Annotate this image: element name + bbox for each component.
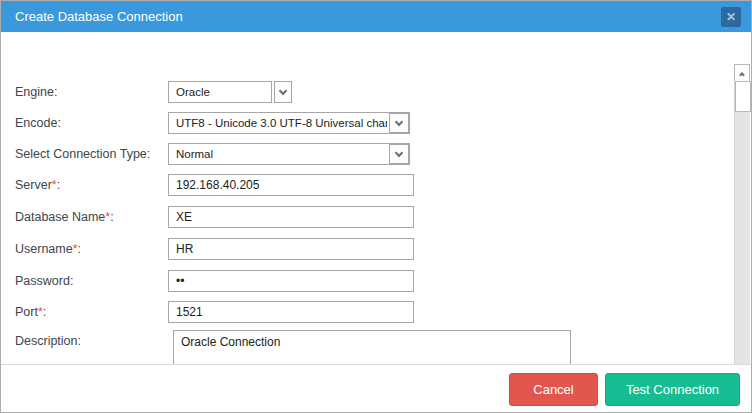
description-label: Description:	[15, 330, 81, 352]
create-database-connection-dialog: Create Database Connection ✕ Engine: Ora…	[0, 0, 752, 413]
connection-type-dropdown-button[interactable]	[389, 144, 409, 164]
username-input[interactable]	[168, 238, 414, 260]
password-input[interactable]	[168, 270, 414, 292]
database-name-input[interactable]	[168, 206, 414, 228]
vertical-scrollbar[interactable]	[734, 64, 750, 395]
encode-label: Encode:	[15, 112, 61, 134]
chevron-down-icon	[395, 148, 403, 156]
close-icon: ✕	[726, 11, 736, 23]
port-label: Port*:	[15, 301, 46, 323]
connection-type-select-value: Normal	[176, 144, 387, 164]
engine-label: Engine:	[15, 81, 57, 103]
chevron-down-icon	[279, 86, 287, 94]
scroll-up-button[interactable]	[734, 64, 750, 82]
database-name-label: Database Name*:	[15, 206, 114, 228]
connection-type-label: Select Connection Type:	[15, 143, 150, 165]
engine-select-value: Oracle	[176, 82, 267, 102]
dialog-titlebar: Create Database Connection ✕	[1, 1, 751, 32]
port-input[interactable]	[168, 301, 414, 323]
scrollbar-thumb[interactable]	[735, 81, 751, 112]
dialog-footer: Cancel Test Connection	[1, 364, 751, 412]
encode-dropdown-button[interactable]	[389, 113, 409, 133]
password-label: Password:	[15, 270, 73, 292]
dialog-body: Engine: Oracle Encode: UTF8 - Unicode 3.…	[1, 32, 751, 364]
close-button[interactable]: ✕	[721, 7, 741, 27]
chevron-up-icon	[739, 72, 745, 78]
chevron-down-icon	[395, 117, 403, 125]
engine-select[interactable]: Oracle	[168, 81, 272, 103]
dialog-title: Create Database Connection	[15, 1, 183, 32]
test-connection-button[interactable]: Test Connection	[605, 373, 740, 406]
connection-type-select[interactable]: Normal	[168, 143, 410, 165]
engine-dropdown-button[interactable]	[274, 81, 292, 103]
server-input[interactable]	[168, 174, 414, 196]
username-label: Username*:	[15, 238, 81, 260]
scrollbar-track[interactable]	[734, 81, 750, 378]
encode-select[interactable]: UTF8 - Unicode 3.0 UTF-8 Universal chara…	[168, 112, 410, 134]
server-label: Server*:	[15, 174, 60, 196]
encode-select-value: UTF8 - Unicode 3.0 UTF-8 Universal chara…	[176, 113, 387, 133]
cancel-button[interactable]: Cancel	[509, 373, 598, 406]
